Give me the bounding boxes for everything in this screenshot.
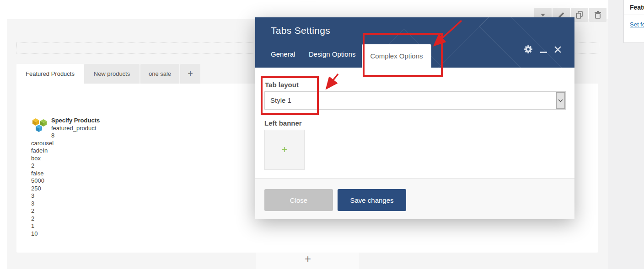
modal-tab-general[interactable]: General (271, 50, 295, 68)
save-changes-button[interactable]: Save changes (338, 189, 406, 211)
param-line: 5000 (31, 177, 100, 185)
element-count: 8 (51, 132, 100, 140)
close-icon (554, 46, 562, 53)
add-image-plus-icon: + (282, 144, 288, 156)
settings-gear-button[interactable] (523, 44, 533, 54)
param-line: 2 (31, 207, 100, 215)
param-line: false (31, 170, 100, 178)
copy-icon (575, 11, 584, 19)
left-banner-label: Left banner (264, 119, 302, 127)
modal-footer: Close Save changes (255, 178, 574, 219)
caret-down-icon (541, 14, 545, 16)
builder-tab-one-sale[interactable]: one sale (140, 64, 179, 84)
param-line: 10 (31, 230, 100, 238)
top-panel-edge-left (3, 0, 300, 2)
trash-icon (594, 11, 602, 19)
add-row-button[interactable]: + (300, 253, 316, 267)
param-line: 1 (31, 222, 100, 230)
top-panel-edge-right (316, 0, 606, 2)
row-delete-button[interactable] (589, 8, 606, 22)
element-head-text: Specify Products featured_product 8 (51, 117, 100, 140)
tab-layout-label: Tab layout (265, 81, 299, 89)
element-title: Specify Products (51, 117, 100, 125)
close-button[interactable]: Close (264, 189, 333, 211)
modal-body: Tab layout Style 1 Left banner + (255, 68, 574, 178)
modal-tab-design-options[interactable]: Design Options (309, 50, 356, 68)
param-line: box (31, 155, 100, 163)
element-params: carousel fadeIn box 2 false 5000 250 3 3… (31, 140, 100, 238)
select-arrow-button[interactable] (556, 92, 565, 109)
param-line: 2 (31, 215, 100, 223)
specify-products-icon (31, 117, 48, 134)
param-line: 3 (31, 192, 100, 200)
param-line: fadeIn (31, 147, 100, 155)
specify-products-element[interactable]: Specify Products featured_product 8 caro… (31, 117, 100, 237)
window-controls (523, 43, 569, 56)
modal-tab-complex-options[interactable]: Complex Options (362, 44, 431, 68)
tab-layout-select[interactable]: Style 1 (264, 91, 566, 110)
close-modal-button[interactable] (554, 46, 562, 53)
param-line: 250 (31, 185, 100, 193)
tabs-settings-modal: Tabs Settings (255, 17, 574, 219)
builder-tab-new-products[interactable]: New products (84, 64, 140, 84)
metabox-heading: Featu (624, 0, 644, 15)
featured-image-metabox: Featu Set fe (623, 0, 644, 43)
gear-icon (523, 44, 533, 54)
minimize-button[interactable] (540, 46, 547, 53)
page: Featured Products New products one sale … (0, 0, 644, 269)
chevron-down-icon (558, 99, 563, 102)
left-banner-upload-box[interactable]: + (264, 130, 305, 170)
add-tab-button[interactable]: + (180, 64, 200, 84)
element-subtitle: featured_product (51, 125, 100, 132)
tab-layout-selected-value: Style 1 (270, 96, 291, 104)
param-line: carousel (31, 140, 100, 148)
element-header: Specify Products featured_product 8 (31, 117, 100, 140)
modal-title: Tabs Settings (271, 25, 330, 36)
set-featured-image-link[interactable]: Set fe (630, 21, 644, 28)
param-line: 3 (31, 200, 100, 208)
minimize-icon (540, 52, 547, 53)
builder-tab-featured-products[interactable]: Featured Products (16, 64, 84, 84)
param-line: 2 (31, 162, 100, 170)
